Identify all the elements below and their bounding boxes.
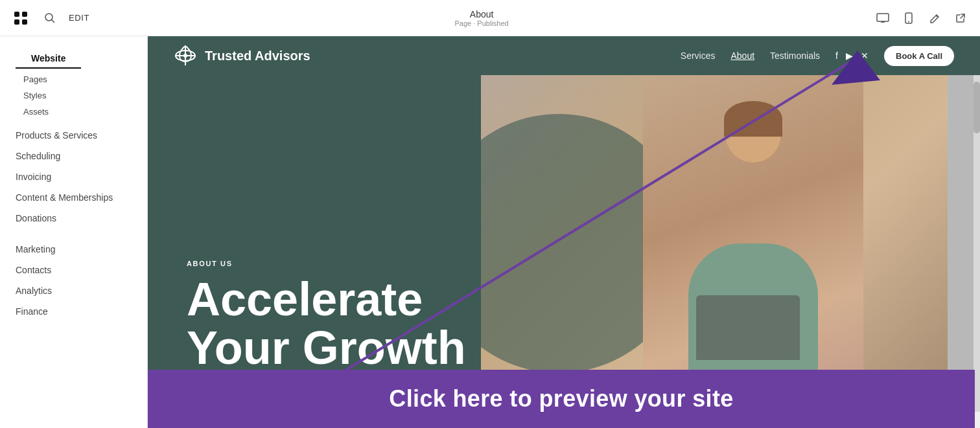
svg-rect-2	[14, 19, 19, 25]
squarespace-logo[interactable]	[10, 8, 31, 28]
hero-title-line2: Your Growth	[187, 324, 466, 373]
hero-title: Accelerate Your Growth	[187, 275, 466, 373]
sidebar: Website Pages Styles Assets Products & S…	[0, 36, 148, 428]
nav-testimonials[interactable]: Testimonials	[770, 51, 820, 61]
site-social-icons: f ▶ ✕	[835, 51, 869, 61]
top-bar: EDIT About Page · Published	[0, 0, 980, 36]
donations-nav-item[interactable]: Donations	[0, 208, 147, 229]
page-status: Page · Published	[455, 19, 509, 27]
finance-nav-item[interactable]: Finance	[0, 301, 147, 322]
svg-rect-1	[22, 12, 27, 17]
site-nav: Services About Testimonials f ▶ ✕ Book A…	[681, 46, 954, 66]
svg-line-5	[52, 19, 55, 23]
styles-nav-item[interactable]: Styles	[0, 87, 147, 104]
content-memberships-nav-item[interactable]: Content & Memberships	[0, 187, 147, 208]
website-nav-item[interactable]: Website	[16, 49, 81, 69]
main-layout: Website Pages Styles Assets Products & S…	[0, 36, 980, 428]
contacts-nav-item[interactable]: Contacts	[0, 260, 147, 280]
svg-rect-0	[14, 12, 19, 17]
hero-title-line1: Accelerate	[187, 275, 466, 324]
twitter-icon[interactable]: ✕	[861, 51, 869, 61]
site-header: Trusted Advisors Services About Testimon…	[148, 36, 980, 75]
website-section: Website Pages Styles Assets	[0, 49, 147, 120]
nav-services[interactable]: Services	[681, 51, 716, 61]
sidebar-divider	[0, 229, 147, 239]
pen-icon[interactable]	[926, 9, 944, 27]
analytics-nav-item[interactable]: Analytics	[0, 280, 147, 301]
svg-point-4	[45, 14, 52, 21]
youtube-icon[interactable]: ▶	[846, 51, 853, 61]
products-services-nav-item[interactable]: Products & Services	[0, 125, 147, 146]
site-hero: ABOUT US Accelerate Your Growth	[148, 75, 980, 412]
hero-content: ABOUT US Accelerate Your Growth	[187, 260, 466, 373]
svg-point-10	[908, 21, 909, 22]
cta-overlay[interactable]: Click here to preview your site	[148, 370, 975, 428]
top-bar-center: About Page · Published	[455, 9, 509, 27]
scroll-thumb	[974, 82, 980, 133]
scheduling-nav-item[interactable]: Scheduling	[0, 146, 147, 166]
cta-text: Click here to preview your site	[174, 385, 949, 412]
book-call-button[interactable]: Book A Call	[884, 46, 954, 66]
facebook-icon[interactable]: f	[835, 51, 838, 61]
invoicing-nav-item[interactable]: Invoicing	[0, 166, 147, 187]
nav-about[interactable]: About	[730, 51, 754, 61]
top-bar-left: EDIT	[10, 8, 89, 28]
content-area: Trusted Advisors Services About Testimon…	[148, 36, 980, 428]
external-link-icon[interactable]	[951, 9, 970, 27]
svg-rect-3	[22, 19, 27, 25]
site-logo: Trusted Advisors	[174, 44, 310, 67]
search-button[interactable]	[44, 12, 56, 24]
scroll-bar[interactable]	[974, 75, 980, 412]
page-title: About	[470, 9, 494, 19]
hero-label: ABOUT US	[187, 260, 466, 267]
pages-nav-item[interactable]: Pages	[0, 71, 147, 87]
site-name: Trusted Advisors	[205, 49, 310, 63]
marketing-nav-item[interactable]: Marketing	[0, 239, 147, 260]
edit-label[interactable]: EDIT	[69, 13, 89, 23]
site-logo-icon	[174, 44, 197, 67]
hero-image	[481, 75, 980, 412]
preview-frame: Trusted Advisors Services About Testimon…	[148, 36, 980, 428]
desktop-view-icon[interactable]	[874, 9, 892, 27]
assets-nav-item[interactable]: Assets	[0, 104, 147, 120]
svg-rect-6	[877, 14, 889, 21]
mobile-view-icon[interactable]	[900, 9, 918, 27]
side-panel	[948, 75, 974, 412]
top-bar-right	[874, 9, 970, 27]
